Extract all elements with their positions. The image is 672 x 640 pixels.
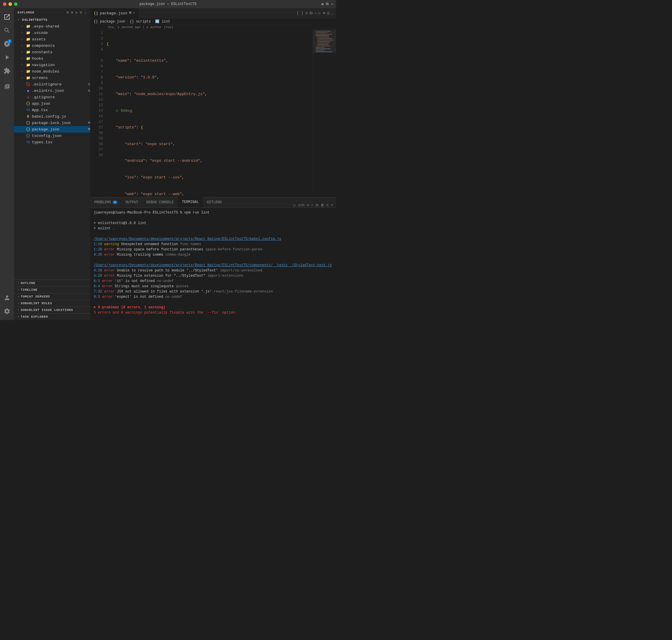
nav-back-icon[interactable]: ⟨ <box>296 10 299 16</box>
sidebar-item-tsconfig[interactable]: {} tsconfig.json <box>14 132 90 139</box>
debug-console-tab[interactable]: DEBUG CONSOLE <box>142 197 178 207</box>
modified-badge: U <box>88 83 90 86</box>
split-editor-icon[interactable]: ⧉ <box>310 11 313 15</box>
sidebar-item-babel[interactable]: β babel.config.js <box>14 113 90 120</box>
extensions-activity-icon[interactable] <box>1 64 13 77</box>
problems-tab[interactable]: PROBLEMS 1 <box>90 197 121 207</box>
sonarlint-rules-panel-header[interactable]: › SONARLINT RULES <box>14 300 90 307</box>
terminal-run-icon[interactable]: ▷ <box>294 203 296 207</box>
sidebar-item-navigation[interactable]: › 📁 navigation <box>14 62 90 68</box>
item-name: screens <box>32 76 90 80</box>
sidebar-header-icons: ⊕ ⊞ ↻ ⊟ … <box>67 11 87 14</box>
terminal-line-4: > eslint . <box>94 226 332 231</box>
more-actions-icon[interactable]: … <box>331 11 334 15</box>
sidebar-item-assets[interactable]: › 📁 assets <box>14 36 90 42</box>
line-num-17: 17 <box>90 119 103 125</box>
sidebar-header: EXPLORER ⊕ ⊞ ↻ ⊟ … <box>14 8 90 17</box>
accounts-activity-icon[interactable] <box>1 291 13 304</box>
package-json-tab[interactable]: {} package.json M × <box>90 8 139 18</box>
go-live-icon[interactable]: ⊕ <box>323 11 325 15</box>
more-editor-icon[interactable]: ⋯ <box>314 11 317 15</box>
terminal-tab[interactable]: TERMINAL <box>178 197 203 207</box>
remote-activity-icon[interactable] <box>1 80 13 93</box>
folder-arrow: › <box>21 76 26 79</box>
code-editor[interactable]: 1 2 3 4 5 6 7 8 9 10 11 12 13 14 16 17 <box>90 30 313 197</box>
terminal-add-icon[interactable]: + <box>311 203 313 207</box>
line-num-55: 55 <box>90 136 103 141</box>
new-folder-icon[interactable]: ⊞ <box>71 11 73 14</box>
layout-icon[interactable]: ⊞ <box>321 2 324 6</box>
sidebar-item-app-tsx[interactable]: TS App.tsx <box>14 107 90 113</box>
sidebar-item-types-tsx[interactable]: TS types.tsx <box>14 139 90 145</box>
minimize-button[interactable] <box>9 2 12 6</box>
terminal-content[interactable]: juanreyes@Juans-MacBook-Pro ESLintTestTS… <box>90 208 336 320</box>
output-tab[interactable]: OUTPUT <box>121 197 142 207</box>
search-activity-icon[interactable] <box>1 24 13 37</box>
more-icon[interactable]: ⋯ <box>331 2 333 6</box>
sidebar-item-node-modules[interactable]: › 📁 node_modules <box>14 68 90 75</box>
sidebar-item-screens[interactable]: › 📁 screens <box>14 75 90 81</box>
sidebar-item-components[interactable]: › 📁 components <box>14 42 90 49</box>
nav-forward-icon[interactable]: ⟩ <box>301 10 304 16</box>
code-line-2: "name": "eslinttestts", <box>105 58 313 63</box>
terminal-split-icon[interactable]: ⧉ <box>316 203 318 207</box>
sidebar-item-app-json[interactable]: {} app.json <box>14 100 90 107</box>
more-options-icon[interactable]: … <box>85 11 87 14</box>
terminal-error-1-3: 4:35 error Missing trailing comma comma-… <box>94 252 332 258</box>
terminal-trash-icon[interactable]: 🗑 <box>321 203 324 207</box>
task-explorer-panel-header[interactable]: › TASK EXPLORER <box>14 314 90 320</box>
outline-panel-header[interactable]: › OUTLINE <box>14 280 90 286</box>
breadcrumb-file[interactable]: {} package.json <box>94 19 125 24</box>
terminal-chevron-icon[interactable]: ∨ <box>307 203 309 207</box>
code-line-9: "web": "expo start --web", <box>105 191 313 197</box>
sidebar-item-hooks[interactable]: › 📁 hooks <box>14 55 90 62</box>
terminal-line-2 <box>94 215 332 220</box>
line-num-12: 12 <box>90 97 103 102</box>
run-activity-icon[interactable] <box>1 51 13 64</box>
tomcat-panel-header[interactable]: › TOMCAT SERVERS <box>14 293 90 300</box>
sidebar-item-eslintignore[interactable]: 🚫 .eslintignore U <box>14 81 90 87</box>
panel-arrow: › <box>17 282 19 285</box>
item-name: types.tsx <box>32 140 90 145</box>
sidebar-item-gitignore[interactable]: ◎ .gitignore <box>14 94 90 100</box>
root-folder-item[interactable]: ▾ ESLINTTESTTS <box>14 17 90 23</box>
open-changes-icon[interactable]: ◫ <box>327 11 329 15</box>
panel-close-icon[interactable]: × <box>331 203 333 207</box>
sidebar-item-package-lock[interactable]: {} package-lock.json M <box>14 120 90 126</box>
maximize-button[interactable] <box>14 2 17 6</box>
tsconfig-file-icon: {} <box>26 133 30 138</box>
line-num-7: 7 <box>90 69 103 75</box>
window-controls[interactable] <box>3 2 17 6</box>
sidebar-item-expo-shared[interactable]: › 📁 .expo-shared <box>14 23 90 30</box>
tab-close-button[interactable]: × <box>133 11 135 15</box>
sidebar-item-package-json[interactable]: {} package.json M <box>14 126 90 132</box>
problems-tab-label: PROBLEMS <box>94 200 111 204</box>
item-name: .gitignore <box>32 95 90 100</box>
new-file-icon[interactable]: ⊕ <box>67 11 69 14</box>
explorer-activity-icon[interactable] <box>1 11 13 24</box>
breadcrumb-lint[interactable]: 🔤 lint <box>155 19 170 24</box>
breadcrumb-scripts[interactable]: {} scripts <box>130 19 151 24</box>
history-icon[interactable]: ⊙ <box>305 11 308 15</box>
source-control-activity-icon[interactable]: 4 <box>1 38 13 50</box>
close-button[interactable] <box>3 2 6 6</box>
split-icon[interactable]: ⧉ <box>326 2 329 6</box>
timeline-panel-header[interactable]: › TIMELINE <box>14 287 90 293</box>
refresh-icon[interactable]: ↻ <box>75 11 77 14</box>
panel-label: TIMELINE <box>21 288 38 292</box>
tab-bar: {} package.json M × ⟨ ⟩ ⊙ ⧉ ⋯ ▷ ⊕ ◫ … <box>90 8 336 18</box>
sidebar-item-eslintrc[interactable]: ◉ .eslintrc.json U <box>14 87 90 94</box>
sidebar-item-vscode[interactable]: › 📁 .vscode <box>14 30 90 36</box>
collapse-all-icon[interactable]: ⊟ <box>80 11 82 14</box>
sidebar-item-constants[interactable]: › 📁 constants <box>14 49 90 55</box>
panel-collapse-icon[interactable]: ∧ <box>327 203 329 207</box>
code-line-debug: ▷ Debug <box>105 108 313 114</box>
folder-icon: 📁 <box>26 43 30 48</box>
json-file-icon: {} <box>26 127 30 132</box>
run-code-icon[interactable]: ▷ <box>318 11 321 15</box>
gitlens-tab[interactable]: GITLENS <box>203 197 226 207</box>
settings-activity-icon[interactable] <box>1 305 13 318</box>
sonarlint-issues-panel-header[interactable]: › SONARLINT ISSUE LOCATIONS <box>14 307 90 313</box>
folder-icon: 📁 <box>26 69 30 74</box>
code-content[interactable]: { "name": "eslinttestts", "version": "1.… <box>105 30 313 197</box>
